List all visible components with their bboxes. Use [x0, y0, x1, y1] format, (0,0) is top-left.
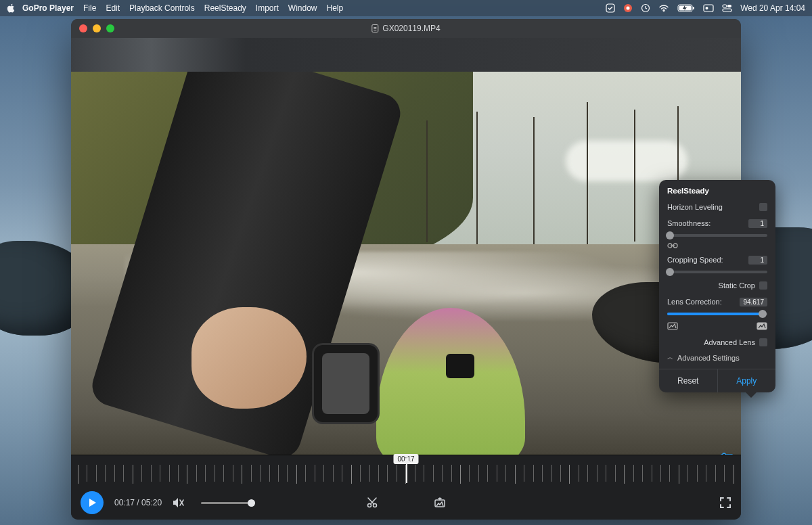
svg-rect-10: [727, 5, 731, 7]
traffic-lights: [79, 24, 114, 32]
link-icon[interactable]: [667, 242, 767, 249]
svg-point-2: [627, 7, 630, 10]
advanced-lens-label: Advanced Lens: [704, 338, 755, 346]
smoothness-slider[interactable]: [667, 234, 767, 237]
battery-icon[interactable]: [677, 4, 695, 12]
menubar-datetime[interactable]: Wed 20 Apr 14:04: [740, 3, 805, 13]
menu-import[interactable]: Import: [256, 3, 279, 13]
advanced-lens-checkbox[interactable]: [759, 338, 767, 346]
reelsteady-panel: ReelSteady Horizon Leveling Smoothness: …: [659, 180, 775, 392]
menu-file[interactable]: File: [83, 3, 96, 13]
control-center-icon[interactable]: [722, 4, 732, 12]
lens-linear-icon[interactable]: [757, 322, 767, 330]
timeline[interactable]: 00:17: [71, 455, 741, 486]
window-close-button[interactable]: [79, 24, 87, 32]
menu-window[interactable]: Window: [288, 3, 317, 13]
menu-edit[interactable]: Edit: [106, 3, 120, 13]
menu-playback-controls[interactable]: Playback Controls: [129, 3, 195, 13]
menu-help[interactable]: Help: [327, 3, 344, 13]
panel-title: ReelSteady: [667, 187, 767, 195]
switch-icon[interactable]: [703, 4, 714, 12]
app-name[interactable]: GoPro Player: [22, 3, 74, 13]
advanced-settings-toggle[interactable]: ︿ Advanced Settings: [667, 353, 767, 362]
volume-button[interactable]: [173, 497, 185, 508]
reset-button[interactable]: Reset: [659, 369, 718, 392]
horizon-leveling-checkbox[interactable]: [759, 203, 767, 211]
play-button[interactable]: [81, 491, 104, 514]
window-maximize-button[interactable]: [106, 24, 114, 32]
video-viewport[interactable]: [71, 72, 741, 455]
svg-rect-0: [606, 4, 614, 12]
horizon-leveling-label: Horizon Leveling: [667, 203, 723, 211]
document-title: GX020119.MP4: [371, 24, 440, 33]
advanced-settings-label: Advanced Settings: [677, 354, 740, 362]
menu-reelsteady[interactable]: ReelSteady: [204, 3, 246, 13]
app-window: GX020119.MP4 00:17: [71, 19, 741, 520]
status-icon-record[interactable]: [623, 3, 633, 13]
status-icon-1[interactable]: [606, 3, 615, 13]
macos-menubar: GoPro Player File Edit Playback Controls…: [0, 0, 812, 16]
cropping-speed-value[interactable]: 1: [748, 256, 767, 265]
svg-rect-7: [704, 5, 713, 12]
volume-slider[interactable]: [201, 502, 255, 504]
document-filename: GX020119.MP4: [382, 24, 440, 33]
video-frame: [71, 72, 741, 455]
static-crop-checkbox[interactable]: [759, 281, 767, 290]
wifi-icon[interactable]: [658, 4, 669, 12]
toolbar-area: [71, 38, 741, 72]
chevron-up-icon: ︿: [667, 353, 673, 362]
svg-rect-9: [723, 5, 727, 7]
window-titlebar[interactable]: GX020119.MP4: [71, 19, 741, 38]
smoothness-label: Smoothness:: [667, 219, 710, 227]
lens-correction-label: Lens Correction:: [667, 298, 722, 306]
grab-frame-button[interactable]: [433, 496, 447, 509]
timecode-display: 00:17 / 05:20: [114, 498, 162, 507]
window-minimize-button[interactable]: [93, 24, 101, 32]
fullscreen-button[interactable]: [719, 497, 731, 509]
static-crop-label: Static Crop: [719, 281, 755, 290]
playhead[interactable]: [406, 463, 407, 483]
apple-menu-icon[interactable]: [7, 3, 16, 13]
lens-correction-value[interactable]: 94.617: [740, 298, 767, 306]
cropping-speed-label: Cropping Speed:: [667, 256, 723, 264]
lens-wide-icon[interactable]: [667, 322, 678, 330]
smoothness-value[interactable]: 1: [748, 219, 767, 228]
trim-button[interactable]: [365, 496, 379, 509]
playback-controls: 00:17 / 05:20: [71, 486, 741, 520]
lens-correction-slider[interactable]: [667, 313, 767, 315]
svg-rect-5: [693, 7, 694, 9]
clock-icon[interactable]: [641, 3, 650, 13]
svg-point-8: [706, 7, 708, 9]
svg-rect-11: [723, 9, 731, 12]
document-icon: [371, 24, 378, 32]
apply-button[interactable]: Apply: [718, 369, 776, 392]
cropping-speed-slider[interactable]: [667, 271, 767, 273]
